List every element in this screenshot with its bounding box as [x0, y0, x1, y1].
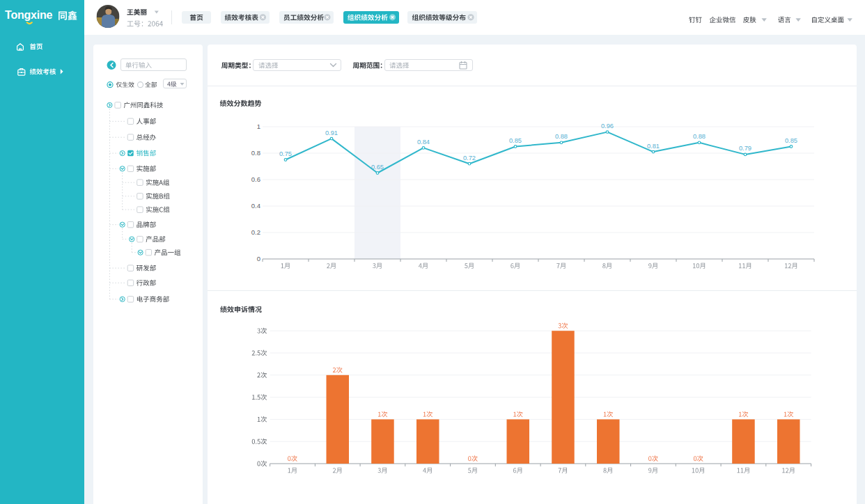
- svg-text:0.84: 0.84: [417, 139, 430, 145]
- svg-text:0.72: 0.72: [463, 155, 476, 162]
- svg-text:0.8: 0.8: [251, 149, 260, 157]
- svg-text:0.85: 0.85: [785, 137, 797, 144]
- svg-text:0.79: 0.79: [739, 145, 751, 152]
- svg-text:0.2: 0.2: [251, 228, 260, 236]
- svg-text:0.91: 0.91: [325, 129, 338, 136]
- svg-text:0.88: 0.88: [555, 133, 568, 140]
- svg-text:0.75: 0.75: [279, 150, 292, 157]
- svg-text:0.4: 0.4: [251, 202, 260, 210]
- svg-text:0.65: 0.65: [371, 164, 384, 171]
- svg-text:0: 0: [257, 255, 260, 262]
- svg-text:0.88: 0.88: [693, 133, 706, 140]
- svg-text:0.6: 0.6: [251, 175, 260, 183]
- svg-text:0.85: 0.85: [509, 137, 522, 144]
- svg-text:0.81: 0.81: [647, 143, 660, 150]
- svg-text:1: 1: [257, 123, 260, 130]
- svg-text:0.96: 0.96: [601, 123, 614, 129]
